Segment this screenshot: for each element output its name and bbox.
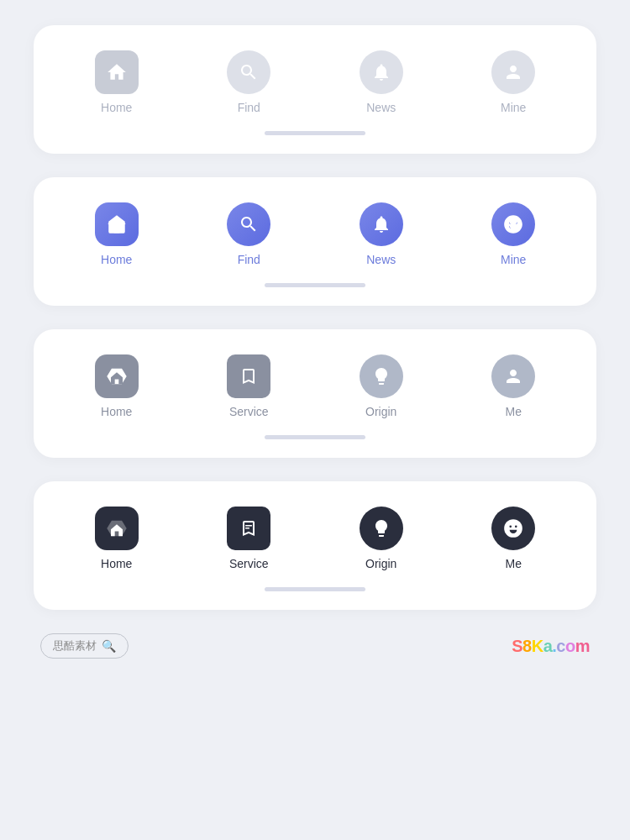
watermark-text: 思酷素材 xyxy=(53,638,97,654)
bookmark-icon xyxy=(239,366,259,386)
search-icon: 🔍 xyxy=(102,639,116,653)
bulb-icon xyxy=(371,366,391,386)
nav-item-home[interactable]: Home xyxy=(50,202,183,266)
bulb-icon-wrap xyxy=(360,354,403,398)
indicator-bar xyxy=(265,283,365,287)
find-icon xyxy=(239,62,259,82)
me-label: Me xyxy=(506,405,522,418)
home-label: Home xyxy=(101,101,132,114)
navbar-card-2: Home Find News xyxy=(34,177,596,306)
svg-rect-4 xyxy=(245,528,249,529)
nav-item-home[interactable]: Home xyxy=(50,354,183,418)
news-label: News xyxy=(366,101,396,114)
find-icon-wrap xyxy=(227,50,270,94)
navbar-card-1: Home Find News Mine xyxy=(34,25,596,154)
nav-item-service[interactable]: Service xyxy=(183,354,316,418)
nav-row: Home Find News Mine xyxy=(50,50,580,114)
home-icon xyxy=(106,61,128,83)
nav-row: Home Find News xyxy=(50,202,580,266)
bulb-icon xyxy=(371,518,391,538)
hexagon-home-icon xyxy=(105,517,129,540)
home-hex-icon-wrap xyxy=(95,354,139,398)
watermark-left: 思酷素材 🔍 xyxy=(40,633,129,659)
mine-label: Mine xyxy=(501,253,526,266)
nav-item-news[interactable]: News xyxy=(315,202,448,266)
svg-rect-3 xyxy=(245,525,252,527)
home-label: Home xyxy=(101,557,132,570)
origin-label: Origin xyxy=(365,405,396,418)
nav-item-home[interactable]: Home xyxy=(50,50,183,114)
home-icon-wrap xyxy=(95,202,139,246)
watermark-right: S8Ka.com xyxy=(512,637,590,656)
me-label: Me xyxy=(506,557,522,570)
indicator-bar xyxy=(265,131,365,135)
mine-icon-wrap xyxy=(491,50,535,94)
nav-item-service[interactable]: Service xyxy=(183,507,316,570)
news-icon-wrap xyxy=(360,202,403,246)
bulb-icon-wrap xyxy=(360,507,403,550)
svg-point-5 xyxy=(504,519,522,538)
find-icon xyxy=(239,214,259,234)
nav-item-mine[interactable]: Mine xyxy=(448,202,580,266)
service-label: Service xyxy=(229,405,269,418)
watermark-row: 思酷素材 🔍 S8Ka.com xyxy=(34,633,596,659)
navbar-card-4: Home Service Origin xyxy=(34,481,596,610)
bell-icon xyxy=(371,214,391,234)
person-icon xyxy=(503,366,523,386)
nav-item-news[interactable]: News xyxy=(315,50,448,114)
svg-point-1 xyxy=(510,222,512,224)
smile-icon xyxy=(502,213,524,235)
bookmark-icon xyxy=(239,518,259,538)
nav-item-origin[interactable]: Origin xyxy=(315,507,448,570)
home-icon-wrap xyxy=(95,50,139,94)
home-label: Home xyxy=(101,253,132,266)
nav-row: Home Service Origin xyxy=(50,507,580,570)
news-label: News xyxy=(366,253,396,266)
smile-icon xyxy=(502,517,524,539)
service-label: Service xyxy=(229,557,269,570)
bookmark-icon-wrap xyxy=(227,507,270,550)
svg-point-7 xyxy=(515,526,517,528)
nav-item-mine[interactable]: Mine xyxy=(448,50,580,114)
nav-item-find[interactable]: Find xyxy=(183,50,316,114)
mine-icon-wrap xyxy=(491,202,535,246)
home-label: Home xyxy=(101,405,132,418)
find-label: Find xyxy=(238,253,260,266)
svg-point-2 xyxy=(515,222,517,224)
find-icon-wrap xyxy=(227,202,270,246)
nav-item-me[interactable]: Me xyxy=(448,354,580,418)
nav-item-origin[interactable]: Origin xyxy=(315,354,448,418)
hexagon-home-icon xyxy=(105,365,129,388)
news-icon-wrap xyxy=(360,50,403,94)
indicator-bar xyxy=(265,587,365,591)
nav-item-find[interactable]: Find xyxy=(183,202,316,266)
person-icon xyxy=(503,62,523,82)
navbar-card-3: Home Service Origin Me xyxy=(34,329,596,458)
home-icon xyxy=(106,213,128,235)
home-hex-icon-wrap xyxy=(95,507,139,550)
indicator-bar xyxy=(265,435,365,439)
me-icon-wrap xyxy=(491,507,535,550)
nav-item-home[interactable]: Home xyxy=(50,507,183,570)
find-label: Find xyxy=(238,101,260,114)
bell-icon xyxy=(371,62,391,82)
bookmark-icon-wrap xyxy=(227,354,270,398)
mine-label: Mine xyxy=(501,101,526,114)
me-icon-wrap xyxy=(491,354,535,398)
nav-row: Home Service Origin Me xyxy=(50,354,580,418)
nav-item-me[interactable]: Me xyxy=(448,507,580,570)
svg-point-6 xyxy=(510,526,512,528)
origin-label: Origin xyxy=(365,557,396,570)
